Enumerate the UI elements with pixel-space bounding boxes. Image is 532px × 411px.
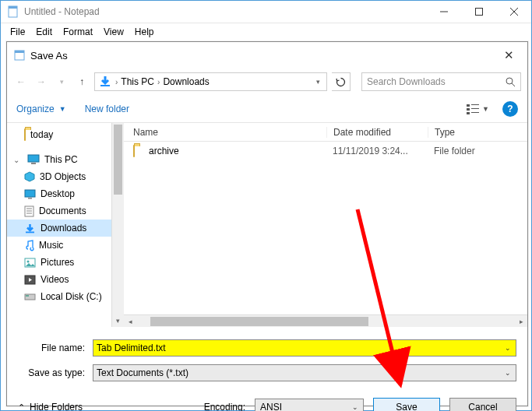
file-name-label: File name:	[18, 342, 93, 353]
dialog-icon	[13, 49, 26, 61]
tree-item-local-disk[interactable]: Local Disk (C:)	[7, 288, 124, 305]
file-type: File folder	[428, 146, 527, 156]
menu-edit[interactable]: Edit	[31, 25, 57, 39]
dialog-close-button[interactable]: ✕	[496, 43, 521, 68]
scroll-left-icon[interactable]: ◂	[124, 318, 136, 325]
file-date: 11/11/2019 3:24...	[326, 146, 428, 156]
address-bar-row: ← → ▾ ↑ › This PC › Downloads ▾ Search D…	[7, 68, 527, 95]
cancel-button[interactable]: Cancel	[449, 398, 516, 411]
dialog-title-bar: Save As ✕	[7, 42, 527, 68]
chevron-down-icon[interactable]: ⌄	[505, 344, 511, 352]
organize-button[interactable]: Organize	[16, 104, 55, 114]
tree-item-videos[interactable]: Videos	[7, 271, 124, 288]
videos-icon	[24, 275, 36, 285]
tree-scrollbar[interactable]: ▾	[111, 123, 124, 327]
list-item[interactable]: archive 11/11/2019 3:24... File folder	[124, 142, 527, 160]
svg-rect-1	[9, 6, 17, 9]
tree-item-pictures[interactable]: Pictures	[7, 254, 124, 271]
column-headers: Name Date modified Type	[124, 123, 527, 142]
menu-help[interactable]: Help	[130, 25, 159, 39]
breadcrumb-this-pc[interactable]: This PC	[121, 76, 154, 87]
svg-rect-13	[467, 108, 470, 111]
breadcrumb-dropdown-icon[interactable]: ▾	[316, 78, 320, 86]
tree-item-music[interactable]: Music	[7, 237, 124, 254]
save-type-dropdown[interactable]: Text Documents (*.txt) ⌄	[93, 364, 516, 381]
breadcrumb-bar[interactable]: › This PC › Downloads ▾	[94, 72, 327, 91]
svg-rect-30	[26, 295, 29, 297]
svg-rect-8	[100, 85, 110, 86]
notepad-menu-bar: File Edit Format View Help	[1, 23, 531, 40]
dialog-toolbar: Organize ▼ New folder ▼ ?	[7, 95, 527, 123]
chevron-down-icon: ▼	[482, 105, 489, 113]
nav-back-button[interactable]: ←	[13, 74, 29, 90]
folder-icon	[24, 129, 26, 140]
svg-rect-11	[467, 104, 470, 107]
encoding-dropdown[interactable]: ANSI ⌄	[255, 399, 364, 411]
save-button[interactable]: Save	[373, 398, 440, 411]
nav-up-button[interactable]: ↑	[74, 74, 90, 90]
expand-icon[interactable]: ⌄	[13, 156, 23, 164]
hide-folders-button[interactable]: ⌃ Hide Folders	[18, 402, 83, 411]
breadcrumb-downloads[interactable]: Downloads	[163, 76, 209, 87]
svg-rect-25	[26, 231, 34, 233]
menu-format[interactable]: Format	[58, 25, 97, 39]
svg-rect-15	[467, 112, 470, 114]
nav-forward-button[interactable]: →	[33, 74, 49, 90]
search-icon	[506, 77, 516, 87]
notepad-title-bar: Untitled - Notepad	[1, 1, 531, 23]
tree-item-this-pc[interactable]: ⌄ This PC	[7, 151, 124, 168]
tree-item-today[interactable]: today	[7, 126, 124, 143]
view-mode-button[interactable]: ▼	[463, 101, 493, 117]
column-date[interactable]: Date modified	[326, 127, 428, 138]
documents-icon	[24, 206, 34, 217]
tree-item-desktop[interactable]: Desktop	[7, 185, 124, 202]
svg-point-27	[27, 260, 30, 262]
tree-item-3d-objects[interactable]: 3D Objects	[7, 168, 124, 185]
column-type[interactable]: Type	[428, 127, 527, 138]
search-input[interactable]: Search Downloads	[361, 72, 521, 91]
svg-rect-16	[471, 112, 479, 113]
downloads-icon	[24, 223, 36, 234]
chevron-right-icon: ›	[115, 78, 118, 86]
maximize-button[interactable]	[461, 1, 496, 23]
search-placeholder: Search Downloads	[367, 76, 506, 87]
svg-rect-3	[475, 9, 482, 16]
svg-rect-20	[28, 198, 32, 199]
desktop-icon	[24, 189, 36, 199]
tree-item-documents[interactable]: Documents	[7, 202, 124, 220]
menu-file[interactable]: File	[5, 25, 30, 39]
new-folder-button[interactable]: New folder	[85, 104, 129, 114]
pictures-icon	[24, 258, 36, 268]
column-name[interactable]: Name	[133, 127, 326, 138]
nav-history-dropdown[interactable]: ▾	[54, 74, 69, 90]
chevron-right-icon: ›	[157, 78, 160, 86]
scrollbar-thumb[interactable]	[114, 125, 122, 195]
organize-dropdown-icon[interactable]: ▼	[59, 105, 66, 113]
scroll-down-icon[interactable]: ▾	[112, 314, 124, 327]
this-pc-icon	[27, 154, 40, 165]
folder-icon	[133, 146, 149, 156]
menu-view[interactable]: View	[99, 25, 129, 39]
view-icon	[467, 104, 479, 114]
chevron-down-icon: ⌄	[352, 403, 358, 411]
music-icon	[24, 240, 34, 251]
scrollbar-thumb[interactable]	[150, 317, 368, 326]
dialog-body: today ⌄ This PC 3D Objects Desktop	[7, 123, 527, 327]
downloads-icon	[98, 75, 112, 89]
close-button[interactable]	[496, 1, 531, 23]
help-button[interactable]: ?	[502, 101, 518, 117]
minimize-button[interactable]	[426, 1, 461, 23]
horizontal-scrollbar[interactable]: ◂ ▸	[124, 314, 527, 327]
svg-point-9	[506, 78, 513, 84]
tree-item-downloads[interactable]: Downloads	[7, 220, 124, 237]
refresh-button[interactable]	[332, 72, 351, 91]
file-fields: File name: Tab Delimited.txt ⌄ Save as t…	[7, 327, 527, 389]
scroll-right-icon[interactable]: ▸	[515, 318, 527, 325]
svg-rect-7	[15, 51, 24, 53]
chevron-up-icon: ⌃	[18, 402, 25, 412]
file-name: archive	[149, 146, 326, 156]
save-as-dialog: Save As ✕ ← → ▾ ↑ › This PC › Downloads …	[6, 41, 528, 406]
file-list: Name Date modified Type archive 11/11/20…	[124, 123, 527, 327]
file-name-input[interactable]: Tab Delimited.txt ⌄	[93, 339, 516, 357]
notepad-title: Untitled - Notepad	[24, 6, 426, 17]
